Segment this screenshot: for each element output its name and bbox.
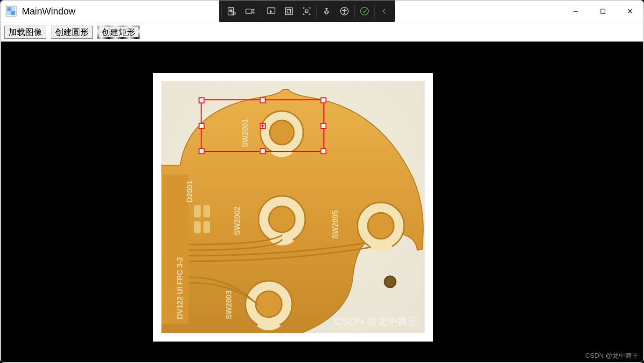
separator <box>261 5 261 18</box>
handle-ml-icon[interactable] <box>199 123 205 129</box>
svg-point-24 <box>368 213 394 239</box>
separator <box>354 5 355 18</box>
separator <box>374 5 375 18</box>
handle-mc-icon[interactable] <box>259 123 266 129</box>
svg-rect-4 <box>11 11 15 15</box>
svg-rect-12 <box>305 10 308 13</box>
window-title: MainWindow <box>22 6 75 17</box>
selection-rectangle[interactable] <box>201 99 324 152</box>
minimize-button[interactable] <box>562 0 589 22</box>
chevron-left-icon[interactable] <box>376 2 393 21</box>
svg-point-26 <box>256 291 282 317</box>
svg-rect-10 <box>286 8 293 15</box>
pcb-image-content: DV122 UI FPC 3-2 D2001 SW2001 SW2002 SW2… <box>161 81 425 333</box>
svg-text:SW2002: SW2002 <box>233 207 241 235</box>
svg-rect-30 <box>194 221 201 233</box>
image-canvas[interactable]: DV122 UI FPC 3-2 D2001 SW2001 SW2002 SW2… <box>1 42 643 362</box>
svg-text:D2001: D2001 <box>186 181 194 202</box>
close-button[interactable] <box>616 0 644 22</box>
svg-point-16 <box>361 7 369 15</box>
video-record-icon[interactable] <box>240 2 260 21</box>
debugger-overlay-toolbar <box>219 0 395 22</box>
runtime-box-icon[interactable] <box>280 2 298 21</box>
app-icon <box>5 5 17 17</box>
create-rect-button[interactable]: 创建矩形 <box>98 26 140 39</box>
svg-rect-28 <box>194 205 201 217</box>
svg-text:DV122 UI FPC 3-2: DV122 UI FPC 3-2 <box>176 257 184 319</box>
svg-text:SW2003: SW2003 <box>225 291 233 319</box>
runtime-cursor-icon[interactable] <box>262 2 280 21</box>
snoop-icon[interactable] <box>223 2 240 21</box>
handle-mr-icon[interactable] <box>321 123 327 129</box>
window-system-buttons <box>562 0 644 22</box>
svg-rect-31 <box>203 221 210 233</box>
svg-rect-11 <box>287 9 290 13</box>
svg-point-27 <box>385 276 396 287</box>
svg-rect-29 <box>203 205 210 217</box>
app-toolbar: 加载图像 创建圆形 创建矩形 <box>0 22 644 42</box>
maximize-button[interactable] <box>589 0 616 22</box>
create-circle-button[interactable]: 创建圆形 <box>51 26 93 39</box>
separator <box>316 5 317 18</box>
loaded-image: DV122 UI FPC 3-2 D2001 SW2001 SW2002 SW2… <box>153 73 433 342</box>
pick-corners-icon[interactable] <box>298 2 315 21</box>
check-ok-icon[interactable] <box>356 2 373 21</box>
svg-rect-6 <box>228 7 234 15</box>
svg-rect-8 <box>246 9 252 13</box>
svg-point-13 <box>326 12 328 14</box>
svg-rect-5 <box>601 9 605 14</box>
handle-bc-icon[interactable] <box>259 148 266 154</box>
separator <box>221 5 222 18</box>
handle-br-icon[interactable] <box>321 148 327 154</box>
accessibility-icon[interactable] <box>336 2 353 21</box>
svg-point-22 <box>269 206 295 232</box>
svg-text:SW2005: SW2005 <box>331 210 339 239</box>
svg-rect-1 <box>7 7 11 11</box>
svg-rect-3 <box>7 11 11 15</box>
handle-tc-icon[interactable] <box>259 98 266 104</box>
load-image-button[interactable]: 加载图像 <box>4 26 46 39</box>
svg-rect-2 <box>11 7 15 11</box>
handle-bl-icon[interactable] <box>199 148 205 154</box>
app-window: MainWindow <box>0 0 644 363</box>
svg-rect-18 <box>161 175 189 324</box>
handle-tl-icon[interactable] <box>199 98 205 104</box>
svg-point-15 <box>344 8 345 10</box>
runtime-gear-icon[interactable] <box>318 2 336 21</box>
handle-tr-icon[interactable] <box>321 98 327 104</box>
